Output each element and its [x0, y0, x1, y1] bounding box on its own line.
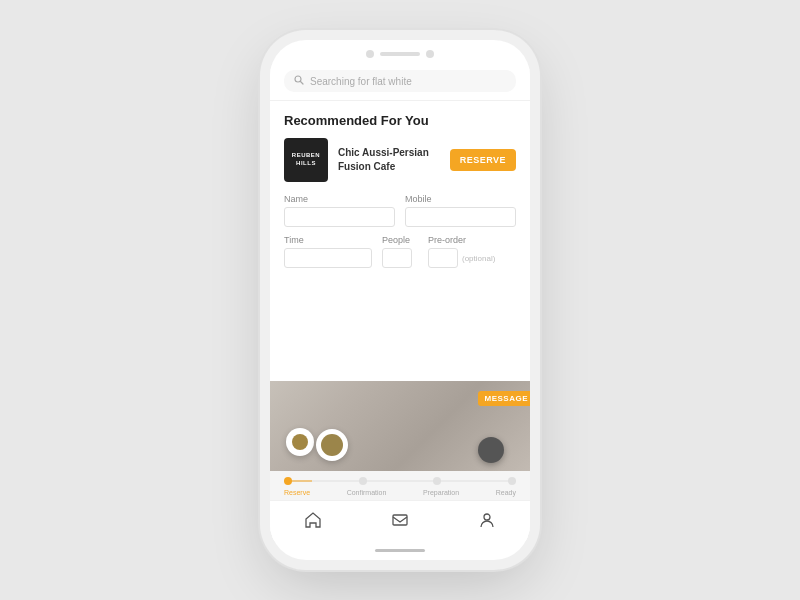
coffee-cup-2	[316, 429, 348, 461]
sensor-dot	[426, 50, 434, 58]
label-confirmation: Confirmation	[347, 489, 387, 496]
time-label: Time	[284, 235, 372, 245]
reserve-button[interactable]: RESERVE	[450, 149, 516, 171]
bottom-nav	[270, 500, 530, 541]
progress-labels: Reserve Confirmation Preparation Ready	[284, 489, 516, 496]
search-bar-area: Searching for flat white	[270, 64, 530, 101]
mobile-label: Mobile	[405, 194, 516, 204]
main-content: Recommended For You REUBEN HILLS Chic Au…	[270, 101, 530, 381]
time-input[interactable]	[284, 248, 372, 268]
preorder-optional-text: (optional)	[462, 254, 495, 263]
name-field-group: Name	[284, 194, 395, 227]
coffee-photo-area: KINFOLK MESSAGE	[270, 381, 530, 471]
mobile-input[interactable]	[405, 207, 516, 227]
nav-home[interactable]	[294, 509, 332, 531]
progress-steps	[284, 477, 516, 485]
profile-icon	[478, 511, 496, 529]
restaurant-description: Chic Aussi-Persian Fusion Cafe	[338, 146, 440, 174]
name-input[interactable]	[284, 207, 395, 227]
time-people-row: Time People Pre-order (optional)	[284, 235, 516, 268]
phone-shell: Searching for flat white Recommended For…	[270, 40, 530, 560]
svg-line-1	[301, 82, 304, 85]
phone-bottom	[270, 541, 530, 560]
home-indicator	[375, 549, 425, 552]
label-preparation: Preparation	[423, 489, 459, 496]
time-field-group: Time	[284, 235, 372, 268]
label-ready: Ready	[496, 489, 516, 496]
speaker-bar	[380, 52, 420, 56]
name-label: Name	[284, 194, 395, 204]
step-reserve	[284, 477, 292, 485]
people-field-group: People	[382, 235, 418, 268]
section-title: Recommended For You	[284, 113, 516, 128]
search-placeholder-text: Searching for flat white	[310, 76, 412, 87]
name-mobile-row: Name Mobile	[284, 194, 516, 227]
camera-dot	[366, 50, 374, 58]
coffee-cup-1	[286, 428, 314, 456]
screen: Searching for flat white Recommended For…	[270, 64, 530, 541]
progress-track	[284, 477, 516, 485]
message-icon	[391, 511, 409, 529]
people-input[interactable]	[382, 248, 412, 268]
step-preparation	[433, 477, 441, 485]
step-ready	[508, 477, 516, 485]
photo-background: KINFOLK MESSAGE	[270, 381, 530, 471]
restaurant-logo: REUBEN HILLS	[284, 138, 328, 182]
preorder-checkbox[interactable]	[428, 248, 458, 268]
kinfolk-text: KINFOLK	[270, 381, 271, 406]
restaurant-info: Chic Aussi-Persian Fusion Cafe	[338, 146, 440, 174]
nav-messages[interactable]	[381, 509, 419, 531]
preorder-label: Pre-order	[428, 235, 516, 245]
home-icon	[304, 511, 322, 529]
people-label: People	[382, 235, 418, 245]
svg-point-3	[484, 514, 490, 520]
message-badge[interactable]: MESSAGE	[478, 391, 530, 406]
phone-top-bar	[270, 40, 530, 64]
restaurant-card: REUBEN HILLS Chic Aussi-Persian Fusion C…	[284, 138, 516, 182]
search-input-wrapper[interactable]: Searching for flat white	[284, 70, 516, 92]
preorder-row: (optional)	[428, 248, 516, 268]
nav-profile[interactable]	[468, 509, 506, 531]
step-confirmation	[359, 477, 367, 485]
progress-bar-area: Reserve Confirmation Preparation Ready	[270, 471, 530, 500]
restaurant-logo-text: REUBEN HILLS	[292, 152, 320, 168]
mobile-field-group: Mobile	[405, 194, 516, 227]
search-icon	[294, 75, 304, 87]
preorder-field-group: Pre-order (optional)	[428, 235, 516, 268]
svg-rect-2	[393, 515, 407, 525]
label-reserve: Reserve	[284, 489, 310, 496]
coffee-cup-3	[478, 437, 504, 463]
